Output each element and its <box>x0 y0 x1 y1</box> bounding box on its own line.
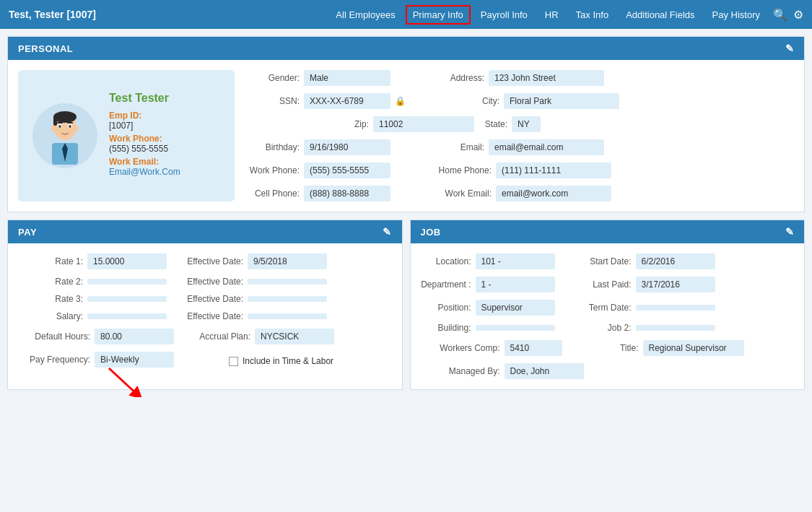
job2-label: Job 2: <box>567 323 632 333</box>
birthday-label: Birthday: <box>249 142 300 152</box>
department-group: Department : 1 - <box>421 277 555 292</box>
svg-point-6 <box>51 126 56 131</box>
personal-fields: Gender: Male Address: 123 John Street SS… <box>249 70 794 201</box>
last-paid-label: Last Paid: <box>567 279 632 290</box>
rate2-group: Rate 2: <box>18 277 167 287</box>
svg-point-7 <box>74 126 79 131</box>
personal-section: PERSONAL ✎ <box>7 36 805 212</box>
rate3-eff-label: Effective Date: <box>178 294 243 304</box>
work-email-label-field: Work Email: <box>434 188 492 199</box>
pay-section-title: PAY <box>18 227 37 238</box>
title-group: Title: Regional Supervisor <box>574 340 744 356</box>
svg-point-10 <box>59 125 61 128</box>
job-position-termdate-row: Position: Supervisor Term Date: <box>421 300 795 316</box>
job-section-header: JOB ✎ <box>411 220 805 243</box>
department-label: Department : <box>421 279 471 290</box>
nav-additional-fields[interactable]: Additional Fields <box>619 5 702 25</box>
bottom-panels: PAY ✎ Rate 1: 15.0000 Effective Date: 9/… <box>7 220 805 390</box>
state-value: NY <box>512 116 541 132</box>
zip-value: 11002 <box>373 116 474 132</box>
personal-edit-icon[interactable]: ✎ <box>785 43 795 54</box>
svg-rect-12 <box>57 122 63 123</box>
last-paid-group: Last Paid: 3/17/2016 <box>567 277 715 292</box>
top-nav: Test, Tester [1007] All Employees Primar… <box>0 0 812 29</box>
rate1-eff-group: Effective Date: 9/5/2018 <box>178 253 327 269</box>
home-phone-group: Home Phone: (111) 111-1111 <box>434 162 611 178</box>
time-labor-checkbox[interactable] <box>229 357 238 366</box>
time-labor-label: Include in Time & Labor <box>243 356 333 366</box>
term-date-group: Term Date: <box>567 303 715 313</box>
nav-tax-info[interactable]: Tax Info <box>569 5 616 25</box>
ssn-label: SSN: <box>249 96 300 106</box>
address-group: Address: 123 John Street <box>434 70 604 86</box>
field-row-birthday-email: Birthday: 9/16/1980 Email: email@email.c… <box>249 139 794 155</box>
city-label: City: <box>449 96 499 106</box>
rate2-eff-label: Effective Date: <box>178 277 243 287</box>
accrual-plan-label: Accrual Plan: <box>185 331 250 342</box>
rate3-label: Rate 3: <box>18 294 83 304</box>
nav-primary-info[interactable]: Primary Info <box>406 5 471 25</box>
svg-line-15 <box>109 368 138 395</box>
managed-by-label: Managed By: <box>421 366 500 376</box>
pay-hours-accrual-row: Default Hours: 80.00 Accrual Plan: NYCSI… <box>18 329 392 344</box>
work-phone-value-field: (555) 555-5555 <box>304 162 390 178</box>
time-labor-group: Include in Time & Labor <box>229 356 333 366</box>
position-group: Position: Supervisor <box>421 300 555 316</box>
department-value: 1 - <box>476 277 555 292</box>
pay-salary-row: Salary: Effective Date: <box>18 311 392 321</box>
start-date-group: Start Date: 6/2/2016 <box>567 253 715 269</box>
salary-eff-value <box>248 313 327 319</box>
position-value: Supervisor <box>476 300 555 316</box>
job2-value <box>636 325 715 331</box>
accrual-plan-group: Accrual Plan: NYCSICK <box>185 329 334 344</box>
pay-freq-row: Pay Frequency: Bi-Weekly <box>18 352 392 368</box>
city-group: City: Floral Park <box>449 93 619 109</box>
job-panel-body: Location: 101 - Start Date: 6/2/2016 Dep… <box>411 243 805 389</box>
avatar <box>32 103 97 168</box>
nav-hr[interactable]: HR <box>538 5 566 25</box>
job-dept-lastpaid-row: Department : 1 - Last Paid: 3/17/2016 <box>421 277 795 292</box>
nav-payroll-info[interactable]: Payroll Info <box>473 5 535 25</box>
pay-rate3-row: Rate 3: Effective Date: <box>18 294 392 304</box>
field-row-phones: Work Phone: (555) 555-5555 Home Phone: (… <box>249 162 794 178</box>
default-hours-label: Default Hours: <box>18 331 90 342</box>
gender-group: Gender: Male <box>249 70 390 86</box>
building-label: Building: <box>421 323 471 333</box>
lock-icon: 🔒 <box>395 96 406 106</box>
rate2-eff-value <box>248 279 327 285</box>
pay-section-header: PAY ✎ <box>8 220 402 243</box>
ssn-value: XXX-XX-6789 <box>304 93 390 109</box>
workers-comp-group: Workers Comp: 5410 <box>421 340 562 356</box>
email-value: email@email.com <box>489 139 604 155</box>
building-group: Building: <box>421 323 555 333</box>
work-email-label: Work Email: <box>109 157 180 167</box>
pay-edit-icon[interactable]: ✎ <box>383 226 392 238</box>
nav-pay-history[interactable]: Pay History <box>705 5 767 25</box>
profile-name: Test Tester <box>109 92 180 105</box>
rate3-group: Rate 3: <box>18 294 167 304</box>
zip-label: Zip: <box>347 119 369 129</box>
accrual-plan-value: NYCSICK <box>255 329 334 344</box>
field-row-cell-workemail: Cell Phone: (888) 888-8888 Work Email: e… <box>249 186 794 201</box>
title-value: Regional Supervisor <box>643 340 744 356</box>
work-phone-label: Work Phone: <box>109 134 180 144</box>
salary-group: Salary: <box>18 311 167 321</box>
field-row-gender-address: Gender: Male Address: 123 John Street <box>249 70 794 86</box>
location-value: 101 - <box>476 253 555 269</box>
workers-comp-label: Workers Comp: <box>421 343 500 353</box>
pay-rate1-row: Rate 1: 15.0000 Effective Date: 9/5/2018 <box>18 253 392 269</box>
profile-card: Test Tester Emp ID: [1007] Work Phone: (… <box>18 70 235 201</box>
work-phone-label-field: Work Phone: <box>249 165 300 175</box>
location-label: Location: <box>421 256 471 266</box>
job-edit-icon[interactable]: ✎ <box>785 226 795 238</box>
job-building-job2-row: Building: Job 2: <box>421 323 795 333</box>
start-date-label: Start Date: <box>567 256 632 266</box>
rate3-eff-value <box>248 296 327 302</box>
personal-section-header: PERSONAL ✎ <box>8 37 804 60</box>
settings-icon[interactable]: ⚙ <box>793 8 803 22</box>
nav-all-employees[interactable]: All Employees <box>328 5 402 25</box>
pay-freq-arrow-container: Bi-Weekly <box>95 352 174 368</box>
field-row-zip-state: Zip: 11002 State: NY <box>249 116 794 132</box>
state-label: State: <box>479 119 507 129</box>
search-icon[interactable]: 🔍 <box>773 8 787 22</box>
